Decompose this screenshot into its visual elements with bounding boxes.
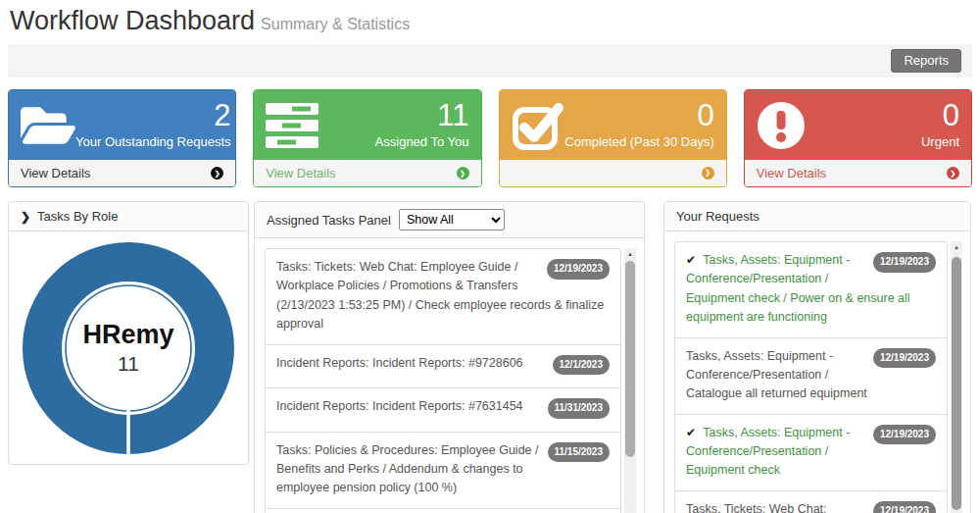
arrow-circle-right-icon: ❯ [702, 167, 714, 180]
card-assigned-top: 11 Assigned To You [254, 90, 480, 160]
check-icon: ✔ [686, 426, 696, 439]
due-date-badge: 12/19/2023 [873, 252, 936, 273]
assigned-tasks-panel: Assigned Tasks Panel Show All 12/19/2023… [254, 201, 645, 513]
workflow-dashboard-page: Workflow DashboardSummary & Statistics R… [0, 0, 980, 513]
stat-label: Your Outstanding Requests [75, 134, 231, 149]
task-text: Incident Reports: Incident Reports: #972… [276, 356, 523, 370]
exclamation-circle-icon [757, 99, 806, 152]
donut-center-labels: HRemy 11 [23, 242, 234, 454]
due-date-badge: 12/19/2023 [547, 259, 610, 280]
arrow-circle-right-icon: ❯ [211, 167, 223, 180]
tasks-by-role-heading: ❯ Tasks By Role [9, 202, 248, 231]
donut-role-count: 11 [118, 352, 139, 376]
view-details-label: View Details [757, 166, 826, 180]
request-item[interactable]: 12/19/2023 ✔ Tasks, Assets: Equipment - … [675, 415, 947, 491]
stat-value: 2 [214, 99, 230, 132]
tasks-by-role-title: Tasks By Role [37, 209, 118, 224]
due-date-badge: 11/15/2023 [548, 442, 611, 463]
task-filter-select[interactable]: Show All [399, 209, 505, 231]
task-item[interactable]: 11/31/2023 Incident Reports: Incident Re… [266, 388, 620, 433]
tasks-icon [266, 99, 318, 152]
task-item[interactable]: 12/19/2023 Tasks: Tickets: Web Chat: Emp… [266, 249, 620, 345]
task-item[interactable]: 11/15/2023 Tasks: Policies & Procedures:… [266, 433, 620, 509]
task-item[interactable]: 12/1/2023 Incident Reports: Incident Rep… [266, 345, 620, 389]
assigned-tasks-scrollbar[interactable]: ▲ [624, 248, 636, 513]
arrow-circle-right-icon: ❯ [457, 167, 469, 180]
view-details-link[interactable]: View Details ❯ [254, 160, 480, 186]
stat-value: 0 [698, 99, 714, 132]
tasks-by-role-body: HRemy 11 [9, 231, 248, 464]
card-urgent-top: 0 Urgent [745, 90, 971, 160]
view-details-link[interactable]: View Details ❯ [9, 160, 235, 186]
view-details-label: View Details [21, 166, 90, 180]
due-date-badge: 12/19/2023 [873, 501, 936, 513]
stat-cards-row: 2 Your Outstanding Requests View Details… [8, 89, 972, 187]
view-details-link[interactable]: View Details ❯ [745, 160, 971, 186]
task-text: Tasks: Policies & Procedures: Employee G… [276, 443, 538, 495]
request-item[interactable]: 12/19/2023 ✔ Tasks, Assets: Equipment - … [675, 242, 947, 338]
stat-value: 0 [943, 99, 959, 132]
scrollbar-thumb[interactable] [625, 261, 635, 457]
tasks-by-role-donut-chart: HRemy 11 [23, 242, 234, 454]
your-requests-list: 12/19/2023 ✔ Tasks, Assets: Equipment - … [674, 241, 948, 513]
donut-role-label: HRemy [82, 321, 173, 350]
your-requests-heading: Your Requests [664, 202, 970, 231]
task-text: Incident Reports: Incident Reports: #763… [276, 399, 523, 413]
request-text: Tasks, Assets: Equipment - Conference/Pr… [686, 426, 850, 478]
scrollbar-thumb[interactable] [952, 257, 961, 510]
tasks-by-role-panel: ❯ Tasks By Role HRemy 11 [8, 201, 249, 465]
stat-label: Urgent [921, 134, 959, 149]
card-completed: 0 Completed (Past 30 Days) ❯ [499, 89, 727, 187]
card-completed-top: 0 Completed (Past 30 Days) [500, 90, 726, 160]
card-assigned-to-you: 11 Assigned To You View Details ❯ [253, 89, 481, 187]
card-outstanding-top: 2 Your Outstanding Requests [9, 90, 235, 160]
check-icon: ✔ [686, 253, 696, 267]
toolbar: Reports [8, 44, 972, 77]
card-outstanding-requests: 2 Your Outstanding Requests View Details… [8, 89, 236, 187]
folder-open-icon [21, 99, 75, 152]
request-text: Tasks, Assets: Equipment - Conference/Pr… [686, 349, 867, 401]
stat-value: 11 [437, 99, 468, 132]
card-urgent: 0 Urgent View Details ❯ [744, 89, 972, 187]
assigned-tasks-title: Assigned Tasks Panel [267, 213, 391, 228]
chevron-right-icon[interactable]: ❯ [21, 210, 30, 224]
due-date-badge: 11/31/2023 [548, 398, 611, 419]
your-requests-scrollbar[interactable]: ▲ [951, 241, 962, 513]
task-item[interactable]: 11/15/2023 Tasks: Policies & Procedures:… [266, 509, 620, 513]
request-item[interactable]: 12/19/2023 Tasks, Tickets: Web Chat: Emp… [675, 491, 947, 513]
reports-button[interactable]: Reports [891, 49, 961, 73]
scroll-up-arrow-icon[interactable]: ▲ [951, 242, 962, 252]
page-title: Workflow DashboardSummary & Statistics [10, 6, 972, 36]
stat-label: Completed (Past 30 Days) [564, 134, 713, 149]
your-requests-body: 12/19/2023 ✔ Tasks, Assets: Equipment - … [664, 231, 970, 513]
due-date-badge: 12/1/2023 [553, 355, 611, 376]
page-title-text: Workflow Dashboard [10, 6, 255, 35]
assigned-tasks-body: 12/19/2023 Tasks: Tickets: Web Chat: Emp… [255, 238, 644, 513]
panels-row: ❯ Tasks By Role HRemy 11 [8, 201, 972, 513]
due-date-badge: 12/19/2023 [873, 425, 936, 445]
scroll-up-arrow-icon[interactable]: ▲ [624, 249, 636, 259]
your-requests-title: Your Requests [676, 209, 760, 224]
assigned-tasks-heading: Assigned Tasks Panel Show All [255, 202, 644, 238]
stat-label: Assigned To You [375, 134, 469, 149]
your-requests-panel: Your Requests 12/19/2023 ✔ Tasks, Assets… [663, 201, 971, 513]
request-item[interactable]: 12/19/2023 Tasks, Assets: Equipment - Co… [675, 338, 947, 415]
assigned-tasks-list: 12/19/2023 Tasks: Tickets: Web Chat: Emp… [265, 248, 621, 513]
view-details-link[interactable]: ❯ [500, 160, 726, 185]
check-square-icon [512, 99, 564, 152]
view-details-label: View Details [266, 166, 335, 180]
arrow-circle-right-icon: ❯ [947, 167, 959, 180]
due-date-badge: 12/19/2023 [873, 348, 936, 369]
page-subtitle: Summary & Statistics [261, 16, 410, 32]
